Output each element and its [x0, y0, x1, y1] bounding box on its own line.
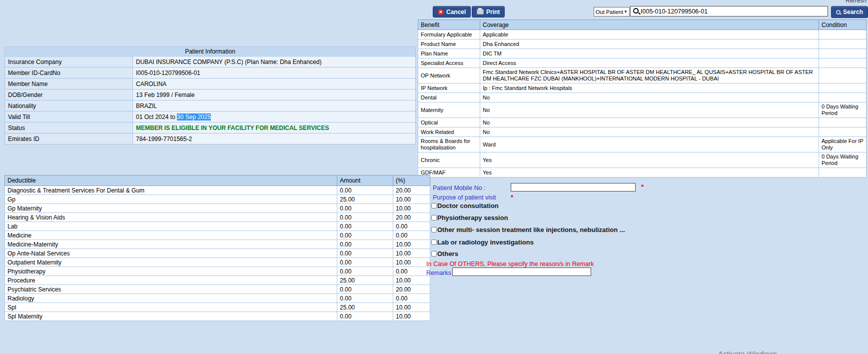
table-row: Status MEMBER IS ELIGIBLE IN YOUR FACILI… — [5, 122, 416, 134]
other-multi-session-checkbox[interactable] — [431, 227, 437, 232]
cancel-button-label: Cancel — [446, 8, 466, 16]
benefit-coverage: Yes — [480, 168, 819, 178]
cancel-button[interactable]: ✕ Cancel — [433, 6, 471, 18]
deductible-row: Medicine 0.00 0.00 — [5, 231, 430, 240]
deductible-row: Outpatient Maternity 0.00 10.00 — [5, 258, 430, 267]
field-value: CAROLINA — [133, 78, 416, 90]
deductible-percent: 10.00 — [393, 312, 430, 321]
field-value: I005-010-120799506-01 — [133, 68, 416, 78]
benefit-coverage: Ward — [480, 137, 819, 152]
deductible-percent: 20.00 — [393, 213, 430, 222]
benefit-condition: 0 Days Waiting Period — [819, 102, 867, 118]
cancel-x-icon: ✕ — [438, 9, 444, 15]
column-header: Deductible — [5, 176, 337, 186]
benefit-coverage: Dha Enhanced — [480, 40, 819, 49]
deductible-service: Psychiatric Services — [5, 285, 337, 294]
deductible-amount: 0.00 — [337, 294, 393, 303]
benefit-condition — [819, 58, 867, 68]
purpose-option-doctor-consultation[interactable]: Doctor consultation — [431, 202, 499, 210]
deductible-amount: 0.00 — [337, 231, 393, 240]
field-label: Nationality — [5, 100, 133, 112]
table-row: Emirates ID 784-1999-7701565-2 — [5, 134, 416, 144]
deductible-amount: 25.00 — [337, 303, 393, 312]
search-button[interactable]: Search — [831, 6, 868, 18]
deductible-amount: 0.00 — [337, 267, 393, 276]
checkbox-label: Others — [437, 250, 458, 258]
benefit-row: Chronic Yes 0 Days Waiting Period — [418, 152, 867, 168]
patient-type-value: Out Patient — [596, 9, 623, 15]
benefit-condition — [819, 93, 867, 102]
benefit-name: Rooms & Boards for hospitalisation — [418, 137, 480, 152]
column-header: (%) — [393, 176, 430, 186]
benefit-row: Optical No — [418, 118, 867, 128]
print-button-label: Print — [486, 8, 500, 16]
member-search-input[interactable] — [630, 6, 828, 16]
deductible-service: Physiotherapy — [5, 267, 337, 276]
deductible-amount: 0.00 — [337, 213, 393, 222]
deductible-service: Outpatient Maternity — [5, 258, 337, 267]
deductible-service: Spl Maternity — [5, 312, 337, 321]
patient-mobile-label: Patient Mobile No : — [433, 184, 486, 192]
patient-mobile-input[interactable] — [511, 183, 636, 192]
deductible-service: Hearing & Vision Aids — [5, 213, 337, 222]
benefit-condition — [819, 128, 867, 137]
patient-info-title: Patient Information — [5, 47, 416, 56]
purpose-option-physiotherapy-session[interactable]: Physiotherapy session — [431, 214, 508, 222]
others-checkbox[interactable] — [431, 251, 437, 256]
benefit-name: Optical — [418, 118, 480, 128]
table-row: Member Name CAROLINA — [5, 78, 416, 90]
member-search — [630, 6, 828, 16]
benefit-condition — [819, 40, 867, 49]
benefit-coverage: Yes — [480, 152, 819, 168]
doctor-consultation-checkbox[interactable] — [431, 203, 437, 208]
deductible-header-row: Deductible Amount (%) — [5, 176, 430, 186]
purpose-option-lab-or-radiology[interactable]: Lab or radiology investigations — [431, 238, 534, 246]
checkbox-label: Physiotherapy session — [437, 214, 508, 222]
field-label: Valid Till — [5, 112, 133, 122]
benefit-coverage: Applicable — [480, 30, 819, 40]
field-value: BRAZIL — [133, 100, 416, 112]
table-row: Insurance Company DUBAI INSURANCE COMPAN… — [5, 56, 416, 68]
benefit-row: Maternity No 0 Days Waiting Period — [418, 102, 867, 118]
benefit-coverage: No — [480, 102, 819, 118]
refresh-link[interactable]: Refresh — [846, 0, 867, 4]
valid-from-text: 01 Oct 2024 to — [136, 114, 177, 120]
print-button[interactable]: Print — [472, 6, 505, 18]
table-row: Nationality BRAZIL — [5, 100, 416, 112]
deductible-amount: 0.00 — [337, 204, 393, 213]
table-row: Member ID-CardNo I005-010-120799506-01 — [5, 68, 416, 78]
benefit-condition — [819, 30, 867, 40]
field-value: 13 Feb 1999 / Female — [133, 90, 416, 100]
status-message: MEMBER IS ELIGIBLE IN YOUR FACILITY FOR … — [133, 122, 416, 134]
benefit-coverage: No — [480, 118, 819, 128]
column-header: Condition — [819, 20, 867, 30]
deductible-amount: 0.00 — [337, 258, 393, 267]
deductible-percent: 10.00 — [393, 303, 430, 312]
deductible-amount: 25.00 — [337, 195, 393, 204]
deductible-amount: 0.00 — [337, 285, 393, 294]
deductible-service: Gp Maternity — [5, 204, 337, 213]
deductible-percent: 10.00 — [393, 195, 430, 204]
lab-or-radiology-checkbox[interactable] — [431, 240, 437, 245]
purpose-option-other-multi-session[interactable]: Other multi- session treatment like inje… — [431, 226, 625, 234]
purpose-option-others[interactable]: Others — [431, 250, 458, 258]
benefit-row: Specialist Access Direct Access — [418, 58, 867, 68]
chevron-down-icon: ▼ — [624, 10, 628, 14]
patient-type-select[interactable]: Out Patient ▼ — [594, 7, 630, 16]
remarks-input[interactable] — [452, 268, 591, 276]
search-button-icon — [836, 10, 841, 14]
deductible-service: Lab — [5, 222, 337, 231]
field-label: Emirates ID — [5, 134, 133, 144]
deductible-row: Spl 25.00 10.00 — [5, 303, 430, 312]
search-button-label: Search — [843, 8, 863, 16]
benefits-header-row: Benefit Coverage Condition — [418, 20, 867, 30]
checkbox-label: Doctor consultation — [437, 202, 499, 210]
benefit-row: Dental No — [418, 93, 867, 102]
column-header: Coverage — [480, 20, 819, 30]
benefit-coverage: No — [480, 128, 819, 137]
column-header: Benefit — [418, 20, 480, 30]
physiotherapy-session-checkbox[interactable] — [431, 215, 437, 220]
benefit-row: Product Name Dha Enhanced — [418, 40, 867, 49]
deductible-percent: 10.00 — [393, 258, 430, 267]
valid-till-highlighted-text: 30 Sep 2025 — [177, 114, 211, 120]
